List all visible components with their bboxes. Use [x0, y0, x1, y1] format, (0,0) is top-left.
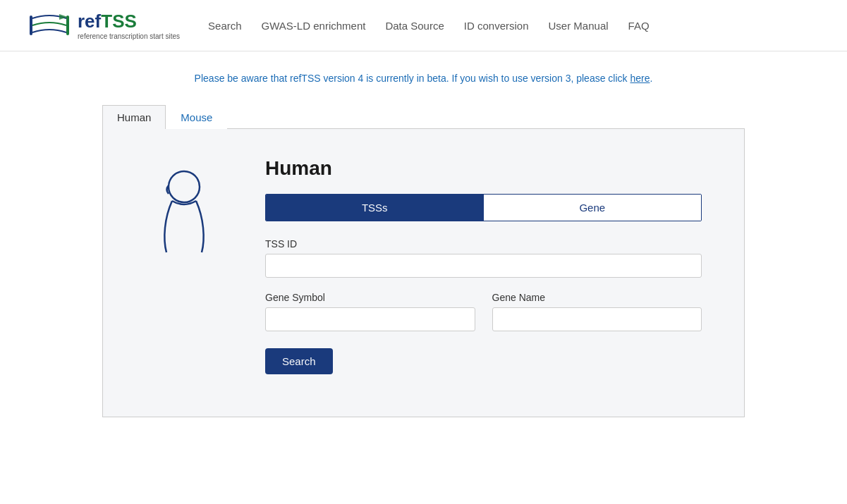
tab-human[interactable]: Human	[102, 105, 166, 129]
gene-fields-row: Gene Symbol Gene Name	[265, 292, 702, 331]
form-section: Human TSSs Gene TSS ID Gene Symbol Gene …	[265, 157, 702, 374]
human-icon-wrap	[145, 157, 223, 259]
logo-icon	[28, 8, 71, 42]
logo-text: refTSS reference transcription start sit…	[78, 11, 180, 40]
gene-name-label: Gene Name	[492, 292, 702, 303]
main-nav: Search GWAS-LD enrichment Data Source ID…	[208, 20, 650, 32]
toggle-tsss[interactable]: TSSs	[266, 195, 484, 221]
notice-link[interactable]: here	[630, 73, 650, 84]
tss-id-label: TSS ID	[265, 238, 702, 250]
human-silhouette-icon	[145, 164, 223, 256]
nav-gwas[interactable]: GWAS-LD enrichment	[262, 20, 366, 32]
tabs-container: Human Mouse	[102, 105, 745, 129]
content-area: Human TSSs Gene TSS ID Gene Symbol Gene …	[102, 129, 745, 417]
gene-symbol-input[interactable]	[265, 307, 475, 331]
logo-subtitle: reference transcription start sites	[78, 32, 180, 40]
gene-name-input[interactable]	[492, 307, 702, 331]
search-button[interactable]: Search	[265, 348, 333, 374]
toggle-gene[interactable]: Gene	[484, 195, 702, 221]
notice-text: Please be aware that refTSS version 4 is…	[195, 73, 630, 84]
gene-symbol-label: Gene Symbol	[265, 292, 475, 303]
logo-area: refTSS reference transcription start sit…	[28, 8, 180, 42]
form-title: Human	[265, 157, 702, 180]
logo-title: refTSS	[78, 11, 180, 32]
nav-search[interactable]: Search	[208, 20, 242, 32]
gene-symbol-field: Gene Symbol	[265, 292, 475, 331]
tss-id-input[interactable]	[265, 254, 702, 278]
header: refTSS reference transcription start sit…	[0, 0, 847, 51]
content-inner: Human TSSs Gene TSS ID Gene Symbol Gene …	[145, 157, 702, 374]
nav-datasource[interactable]: Data Source	[385, 20, 444, 32]
nav-faq[interactable]: FAQ	[628, 20, 650, 32]
beta-notice: Please be aware that refTSS version 4 is…	[0, 51, 847, 91]
nav-idconversion[interactable]: ID conversion	[464, 20, 529, 32]
tabs: Human Mouse	[102, 105, 745, 129]
logo-ref: ref	[78, 11, 101, 32]
svg-point-3	[169, 171, 200, 202]
svg-rect-1	[66, 16, 69, 35]
toggle-group: TSSs Gene	[265, 194, 702, 221]
notice-suffix: .	[650, 73, 653, 84]
gene-name-field: Gene Name	[492, 292, 702, 331]
svg-rect-0	[30, 16, 32, 35]
nav-usermanual[interactable]: User Manual	[549, 20, 609, 32]
tab-mouse[interactable]: Mouse	[166, 105, 227, 129]
tss-id-field: TSS ID	[265, 238, 702, 278]
logo-tss: TSS	[101, 11, 137, 32]
